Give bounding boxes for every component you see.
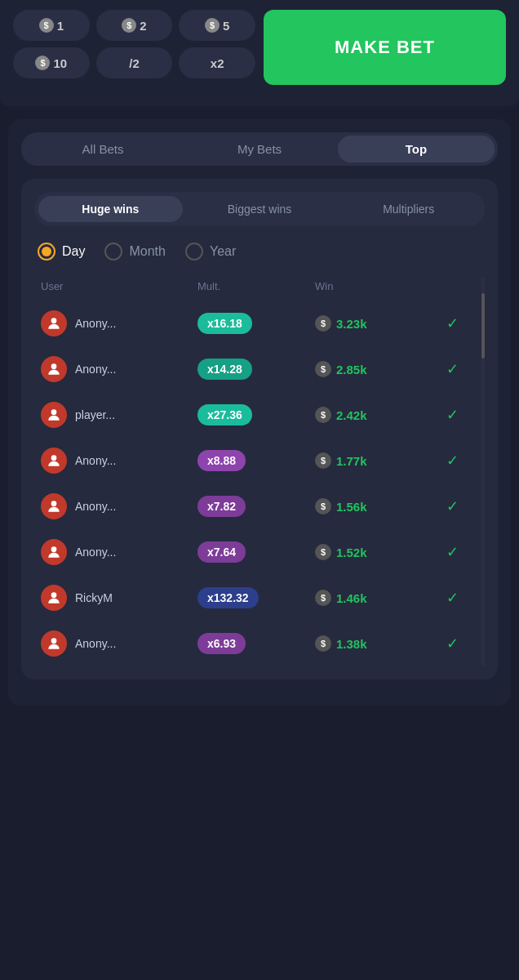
svg-point-1: [51, 363, 57, 369]
win-cell: $ 2.42k: [315, 407, 432, 423]
win-cell: $ 3.23k: [315, 315, 432, 332]
win-dollar-icon: $: [315, 315, 331, 332]
make-bet-button[interactable]: MAKE BET: [264, 10, 506, 85]
svg-point-2: [51, 409, 57, 415]
main-content-section: All Bets My Bets Top Huge wins Biggest w…: [8, 119, 511, 706]
user-cell: Anony...: [41, 448, 197, 474]
multiplier-badge: x132.32: [197, 587, 259, 608]
svg-point-0: [51, 318, 57, 323]
win-dollar-icon: $: [315, 498, 331, 514]
bet-10-button[interactable]: $ 10: [13, 47, 90, 78]
win-cell: $ 1.77k: [315, 452, 432, 469]
period-day[interactable]: Day: [38, 243, 85, 261]
avatar: [41, 356, 67, 382]
bet-5-button[interactable]: $ 5: [179, 10, 255, 41]
avatar: [41, 539, 67, 565]
bet-2-button[interactable]: $ 2: [96, 10, 173, 41]
table-row[interactable]: RickyM x132.32 $ 1.46k ✓: [34, 575, 478, 621]
scrollbar-thumb[interactable]: [481, 293, 485, 359]
radio-day-dot: [42, 247, 51, 256]
table-row[interactable]: player... x27.36 $ 2.42k ✓: [34, 392, 478, 438]
win-dollar-icon: $: [315, 590, 331, 606]
svg-point-6: [51, 592, 57, 598]
period-selector: Day Month Year: [34, 243, 485, 261]
user-cell: Anony...: [41, 310, 197, 336]
dollar-icon-1: $: [39, 18, 54, 33]
shield-icon: ✓: [432, 497, 472, 515]
avatar: [41, 630, 67, 657]
user-cell: Anony...: [41, 539, 197, 565]
shield-icon: ✓: [432, 543, 472, 561]
sub-tab-biggest-wins[interactable]: Biggest wins: [188, 196, 332, 222]
sub-tabs-bar: Huge wins Biggest wins Multipliers: [34, 192, 485, 226]
user-cell: Anony...: [41, 356, 197, 382]
multiplier-badge: x16.18: [197, 313, 252, 334]
tab-my-bets[interactable]: My Bets: [181, 136, 338, 163]
bet-buttons-section: $ 1 $ 2 $ 5 $ 10 /2: [0, 0, 519, 106]
table-row[interactable]: Anony... x8.88 $ 1.77k ✓: [34, 438, 478, 483]
tabs-bar: All Bets My Bets Top: [21, 132, 498, 166]
avatar: [41, 585, 67, 611]
svg-point-4: [51, 501, 57, 506]
period-year[interactable]: Year: [185, 243, 236, 261]
multiplier-badge: x7.64: [197, 541, 246, 563]
shield-icon: ✓: [432, 635, 472, 653]
shield-icon: ✓: [432, 589, 472, 607]
bet-double-button[interactable]: x2: [179, 47, 255, 78]
multiplier-badge: x7.82: [197, 496, 246, 517]
table-row[interactable]: Anony... x16.18 $ 3.23k ✓: [34, 301, 478, 346]
win-dollar-icon: $: [315, 452, 331, 469]
win-dollar-icon: $: [315, 361, 331, 377]
shield-icon: ✓: [432, 406, 472, 424]
tab-all-bets[interactable]: All Bets: [24, 136, 181, 163]
avatar: [41, 493, 67, 519]
win-cell: $ 1.38k: [315, 635, 432, 652]
win-dollar-icon: $: [315, 407, 331, 423]
shield-icon: ✓: [432, 360, 472, 378]
multiplier-badge: x27.36: [197, 404, 252, 425]
table-header: User Mult. Win: [34, 277, 478, 301]
win-cell: $ 1.52k: [315, 544, 432, 560]
tab-top[interactable]: Top: [338, 136, 495, 163]
win-dollar-icon: $: [315, 544, 331, 560]
multiplier-badge: x8.88: [197, 450, 246, 471]
user-cell: Anony...: [41, 630, 197, 657]
avatar: [41, 402, 67, 428]
multiplier-badge: x6.93: [197, 633, 246, 654]
radio-month: [104, 243, 122, 261]
svg-point-3: [51, 455, 57, 461]
dollar-icon-2: $: [122, 18, 136, 33]
table-row[interactable]: Anony... x6.93 $ 1.38k ✓: [34, 621, 478, 666]
sub-tab-multipliers[interactable]: Multipliers: [336, 196, 481, 222]
scrollbar-track[interactable]: [481, 277, 485, 666]
bet-half-button[interactable]: /2: [96, 47, 173, 78]
multiplier-badge: x14.28: [197, 359, 252, 380]
svg-point-5: [51, 546, 57, 552]
dollar-icon-10: $: [35, 56, 50, 70]
sub-tab-huge-wins[interactable]: Huge wins: [38, 196, 183, 222]
table-row[interactable]: Anony... x14.28 $ 2.85k ✓: [34, 346, 478, 392]
win-dollar-icon: $: [315, 635, 331, 652]
shield-icon: ✓: [432, 452, 472, 470]
user-cell: Anony...: [41, 493, 197, 519]
table-body: Anony... x16.18 $ 3.23k ✓: [34, 301, 478, 666]
svg-point-7: [51, 638, 57, 644]
radio-day: [38, 243, 55, 261]
bet-1-button[interactable]: $ 1: [13, 10, 90, 41]
user-cell: RickyM: [41, 585, 197, 611]
win-cell: $ 1.46k: [315, 590, 432, 606]
win-cell: $ 1.56k: [315, 498, 432, 514]
shield-icon: ✓: [432, 314, 472, 332]
top-section-card: Huge wins Biggest wins Multipliers Day M…: [21, 179, 498, 679]
avatar: [41, 448, 67, 474]
table-row[interactable]: Anony... x7.64 $ 1.52k ✓: [34, 529, 478, 575]
win-cell: $ 2.85k: [315, 361, 432, 377]
user-cell: player...: [41, 402, 197, 428]
leaderboard-table: User Mult. Win Anony... x16.18: [34, 277, 485, 666]
avatar: [41, 310, 67, 336]
period-month[interactable]: Month: [104, 243, 165, 261]
radio-year: [185, 243, 203, 261]
table-row[interactable]: Anony... x7.82 $ 1.56k ✓: [34, 483, 478, 529]
dollar-icon-5: $: [205, 18, 220, 33]
